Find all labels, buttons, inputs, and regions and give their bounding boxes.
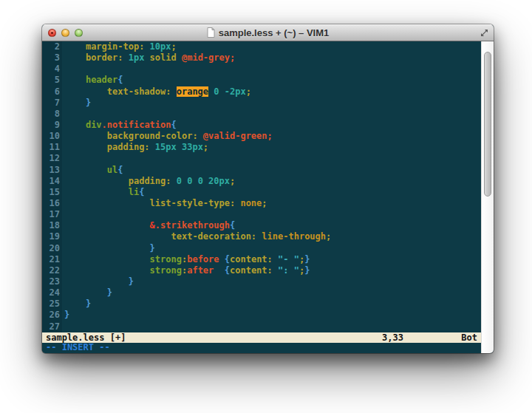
code-token xyxy=(64,75,86,85)
code-token: ; xyxy=(262,198,267,208)
insert-mode-indicator: -- INSERT -- xyxy=(46,342,110,352)
code-token: } xyxy=(64,310,69,320)
code-token: content: xyxy=(230,265,278,276)
gutter: 2345678910111213141516171819202122232425… xyxy=(42,41,62,332)
line-number: 23 xyxy=(42,276,60,287)
search-highlight: orange xyxy=(177,86,208,97)
code-lines[interactable]: margin-top: 10px; border: 1px solid @mid… xyxy=(62,41,481,332)
code-token xyxy=(64,231,171,242)
line-number: 20 xyxy=(42,243,60,254)
vim-statusline: sample.less [+] 3,33 Bot xyxy=(42,332,481,343)
line-number: 16 xyxy=(42,198,60,209)
code-line: padding: 0 0 0 20px; xyxy=(64,176,481,187)
code-token: 15px 33px xyxy=(155,142,203,152)
code-line: border: 1px solid @mid-grey; xyxy=(64,52,481,64)
code-line: margin-top: 10px; xyxy=(64,41,481,52)
line-number: 27 xyxy=(42,321,60,332)
code-line: padding: 15px 33px; xyxy=(64,142,481,153)
line-number: 21 xyxy=(42,254,60,265)
code-token: line-through xyxy=(262,231,326,242)
window-content: 2345678910111213141516171819202122232425… xyxy=(42,41,494,353)
code-token: ; xyxy=(267,131,273,141)
code-line: } xyxy=(64,98,481,109)
code-token: padding: xyxy=(129,176,177,186)
code-token: 10px xyxy=(150,41,171,52)
code-line xyxy=(64,209,481,220)
code-token: { xyxy=(171,120,177,130)
code-token xyxy=(64,176,129,186)
code-token xyxy=(64,41,86,52)
code-token: none xyxy=(240,198,262,208)
zoom-button[interactable] xyxy=(75,29,83,37)
code-token: strong xyxy=(150,254,182,264)
code-token: @valid-green xyxy=(203,131,267,141)
code-line: } xyxy=(64,276,481,287)
line-number: 11 xyxy=(42,142,60,153)
code-line xyxy=(64,321,481,332)
line-number: 19 xyxy=(42,231,60,242)
close-button[interactable] xyxy=(48,29,56,37)
code-line: } xyxy=(64,243,481,254)
line-number: 24 xyxy=(42,287,60,298)
code-token xyxy=(64,287,107,298)
code-token: ; xyxy=(203,142,208,152)
code-token xyxy=(64,254,150,264)
code-line xyxy=(64,109,481,120)
code-line: background-color: @valid-green; xyxy=(64,131,481,142)
line-number: 4 xyxy=(42,64,60,75)
scrollbar-thumb[interactable] xyxy=(484,52,491,197)
document-icon xyxy=(207,27,215,38)
code-token: ": " xyxy=(278,265,299,276)
fullscreen-icon[interactable] xyxy=(480,29,488,37)
code-token xyxy=(64,86,107,97)
code-line: text-decoration: line-through; xyxy=(64,231,481,242)
code-line: strong:before {content: "- ";} xyxy=(64,254,481,265)
code-line: list-style-type: none; xyxy=(64,198,481,209)
code-token: & xyxy=(150,220,155,231)
code-line: &.strikethrough{ xyxy=(64,220,481,231)
line-number: 3 xyxy=(42,52,60,64)
code-token: { xyxy=(225,265,230,276)
code-token: ; xyxy=(171,41,177,52)
code-token: } xyxy=(150,243,155,253)
code-token: { xyxy=(117,75,123,85)
code-token: } xyxy=(107,287,112,298)
code-token xyxy=(64,187,129,197)
code-token xyxy=(214,265,224,276)
code-token xyxy=(64,120,86,130)
minimize-button[interactable] xyxy=(61,29,69,37)
line-number: 10 xyxy=(42,131,60,142)
code-token xyxy=(64,298,86,309)
code-token xyxy=(219,254,225,264)
line-number: 14 xyxy=(42,176,60,187)
line-number: 26 xyxy=(42,310,60,321)
code-token xyxy=(64,98,86,108)
vim-modeline: -- INSERT -- xyxy=(42,343,481,353)
code-token: ; xyxy=(230,176,235,186)
code-token xyxy=(64,265,150,276)
line-number: 17 xyxy=(42,209,60,220)
line-number: 18 xyxy=(42,220,60,231)
editor-pane: 2345678910111213141516171819202122232425… xyxy=(42,41,481,353)
code-token: ; xyxy=(246,86,251,97)
vim-window: sample.less + (~) – VIM1 234567891011121… xyxy=(42,24,494,353)
code-line: li{ xyxy=(64,187,481,198)
code-line: ul{ xyxy=(64,165,481,176)
code-token xyxy=(64,276,129,287)
scrollbar-track[interactable] xyxy=(481,41,494,353)
line-number: 9 xyxy=(42,120,60,131)
code-token: .notification xyxy=(102,120,171,130)
code-line xyxy=(64,64,481,75)
title-bar[interactable]: sample.less + (~) – VIM1 xyxy=(42,24,494,41)
code-token: text-shadow: xyxy=(107,86,177,97)
line-number: 22 xyxy=(42,265,60,276)
code-token: list-style-type: xyxy=(150,198,241,208)
statusline-ruler: 3,33 xyxy=(382,332,403,343)
code-line: text-shadow: orange 0 -2px; xyxy=(64,86,481,98)
code-token: div xyxy=(86,120,102,130)
code-token: { xyxy=(139,187,144,197)
code-token xyxy=(64,220,150,231)
code-area[interactable]: 2345678910111213141516171819202122232425… xyxy=(42,41,481,332)
line-number: 15 xyxy=(42,187,60,198)
code-line: } xyxy=(64,287,481,298)
